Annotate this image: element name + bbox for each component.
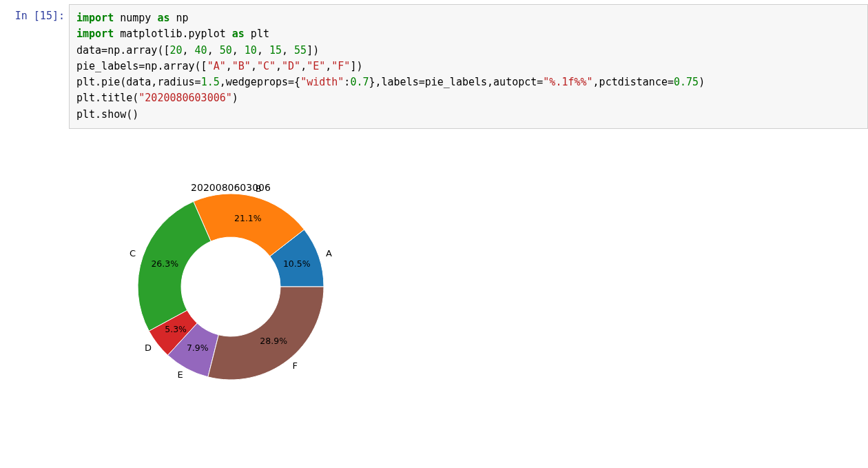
pct-label-C: 26.3%	[151, 258, 178, 268]
pct-label-E: 7.9%	[187, 342, 209, 352]
wedge-F	[208, 287, 324, 380]
pct-label-F: 28.9%	[260, 336, 287, 346]
prompt-exec-count: [15]:	[34, 10, 65, 22]
pct-label-B: 21.1%	[234, 213, 262, 223]
output-area: 202008060300610.5%A21.1%B26.3%C5.3%D7.9%…	[69, 132, 393, 435]
pct-label-A: 10.5%	[283, 258, 311, 268]
category-label-B: B	[256, 183, 262, 194]
code-cell: In [15]: import numpy as np import matpl…	[0, 0, 868, 132]
category-label-C: C	[130, 248, 136, 258]
code-editor[interactable]: import numpy as np import matplotlib.pyp…	[69, 4, 868, 129]
donut-chart: 202008060300610.5%A21.1%B26.3%C5.3%D7.9%…	[69, 132, 393, 435]
category-label-A: A	[326, 248, 332, 258]
category-label-E: E	[177, 369, 183, 379]
cell-prompt: In [15]:	[1, 4, 69, 22]
category-label-D: D	[145, 343, 152, 353]
pct-label-D: 5.3%	[165, 323, 187, 334]
category-label-F: F	[293, 360, 298, 370]
prompt-in-label: In	[15, 10, 34, 22]
